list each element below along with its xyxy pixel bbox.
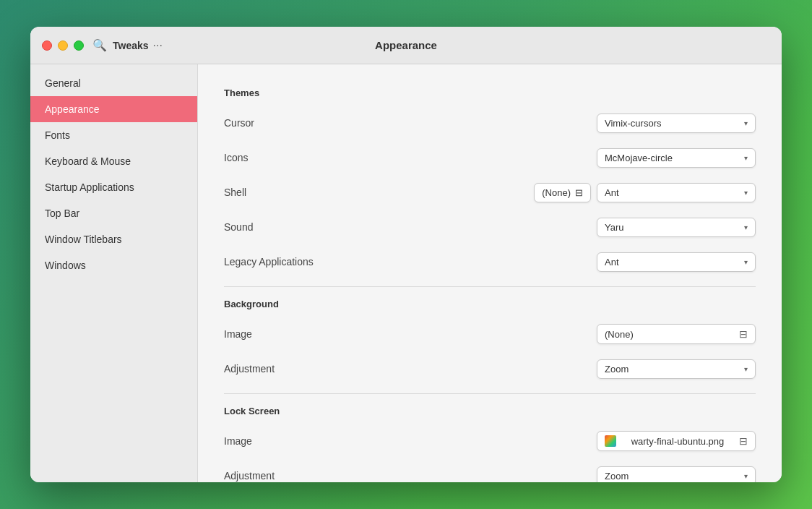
lock-image-label: Image xyxy=(224,435,383,447)
icons-label: Icons xyxy=(224,152,383,163)
bg-adjustment-label: Adjustment xyxy=(224,363,383,375)
cursor-dropdown-arrow: ▾ xyxy=(744,119,748,127)
lock-adjustment-label: Adjustment xyxy=(224,470,383,482)
sound-dropdown[interactable]: Yaru ▾ xyxy=(597,218,756,237)
sound-row: Sound Yaru ▾ xyxy=(224,214,756,240)
themes-section-header: Themes xyxy=(224,87,756,98)
app-title: Tweaks xyxy=(113,40,149,51)
lock-screen-section-header: Lock Screen xyxy=(224,406,756,416)
lock-image-row: Image warty-final-ubuntu.png ⊟ xyxy=(224,428,756,454)
bg-adjustment-dropdown[interactable]: Zoom ▾ xyxy=(597,359,756,379)
titlebar: 🔍 Tweaks ··· Appearance xyxy=(30,27,782,64)
sidebar: General Appearance Fonts Keyboard & Mous… xyxy=(30,64,198,482)
legacy-applications-value: Ant xyxy=(605,257,619,268)
search-icon[interactable]: 🔍 xyxy=(92,38,107,52)
sound-dropdown-arrow: ▾ xyxy=(744,223,748,231)
app-window: 🔍 Tweaks ··· Appearance General Appearan… xyxy=(30,27,782,482)
content-area: General Appearance Fonts Keyboard & Mous… xyxy=(30,64,782,482)
minimize-button[interactable] xyxy=(58,40,68,51)
bg-adjustment-value: Zoom xyxy=(605,364,629,375)
sound-value: Yaru xyxy=(605,222,624,233)
bg-adjustment-control: Zoom ▾ xyxy=(597,359,756,379)
sidebar-item-startup-applications[interactable]: Startup Applications xyxy=(30,174,197,200)
lock-adjustment-dropdown[interactable]: Zoom ▾ xyxy=(597,466,756,483)
background-divider xyxy=(224,393,756,394)
bg-image-value: (None) xyxy=(605,329,634,340)
sidebar-item-windows[interactable]: Windows xyxy=(30,252,197,278)
sound-label: Sound xyxy=(224,221,383,233)
shell-label: Shell xyxy=(224,187,383,198)
shell-dropdown[interactable]: Ant ▾ xyxy=(597,183,756,202)
close-button[interactable] xyxy=(42,40,52,51)
sidebar-item-appearance[interactable]: Appearance xyxy=(30,96,197,122)
icons-row: Icons McMojave-circle ▾ xyxy=(224,145,756,171)
bg-image-picker[interactable]: (None) ⊟ xyxy=(597,324,756,344)
bg-adjustment-dropdown-arrow: ▾ xyxy=(744,365,748,373)
icons-control: McMojave-circle ▾ xyxy=(597,148,756,168)
legacy-applications-label: Legacy Applications xyxy=(224,256,383,268)
sidebar-item-fonts[interactable]: Fonts xyxy=(30,122,197,148)
lock-adjustment-dropdown-arrow: ▾ xyxy=(744,472,748,480)
sidebar-item-keyboard-mouse[interactable]: Keyboard & Mouse xyxy=(30,148,197,174)
icons-dropdown[interactable]: McMojave-circle ▾ xyxy=(597,148,756,168)
shell-row: Shell (None) ⊟ Ant ▾ xyxy=(224,179,756,205)
main-content: Themes Cursor Vimix-cursors ▾ Icons McMo… xyxy=(198,64,782,482)
sidebar-item-top-bar[interactable]: Top Bar xyxy=(30,200,197,226)
cursor-label: Cursor xyxy=(224,117,383,129)
themes-divider xyxy=(224,286,756,287)
shell-dropdown-arrow: ▾ xyxy=(744,189,748,197)
page-title: Appearance xyxy=(375,39,437,51)
sidebar-item-window-titlebars[interactable]: Window Titlebars xyxy=(30,226,197,252)
legacy-applications-dropdown-arrow: ▾ xyxy=(744,258,748,266)
lock-adjustment-value: Zoom xyxy=(605,471,629,482)
lock-adjustment-control: Zoom ▾ xyxy=(597,466,756,483)
shell-none-button[interactable]: (None) ⊟ xyxy=(534,183,591,202)
maximize-button[interactable] xyxy=(74,40,84,51)
cursor-value: Vimix-cursors xyxy=(605,118,662,129)
icons-dropdown-arrow: ▾ xyxy=(744,154,748,162)
lock-image-value: warty-final-ubuntu.png xyxy=(631,436,725,447)
legacy-applications-dropdown[interactable]: Ant ▾ xyxy=(597,252,756,272)
cursor-control: Vimix-cursors ▾ xyxy=(597,114,756,133)
sidebar-item-general[interactable]: General xyxy=(30,70,197,96)
cursor-dropdown[interactable]: Vimix-cursors ▾ xyxy=(597,114,756,133)
bg-image-control: (None) ⊟ xyxy=(597,324,756,344)
lock-image-picker[interactable]: warty-final-ubuntu.png ⊟ xyxy=(597,431,756,451)
bg-image-label: Image xyxy=(224,328,383,340)
bg-image-row: Image (None) ⊟ xyxy=(224,321,756,347)
bg-adjustment-row: Adjustment Zoom ▾ xyxy=(224,356,756,382)
icons-value: McMojave-circle xyxy=(605,153,673,163)
shell-folder-icon: ⊟ xyxy=(575,187,583,198)
lock-adjustment-row: Adjustment Zoom ▾ xyxy=(224,463,756,482)
shell-none-label: (None) xyxy=(542,187,571,198)
shell-value: Ant xyxy=(605,187,619,198)
lock-image-control: warty-final-ubuntu.png ⊟ xyxy=(597,431,756,451)
more-options-icon[interactable]: ··· xyxy=(153,39,163,52)
bg-image-folder-icon: ⊟ xyxy=(739,328,748,340)
sound-control: Yaru ▾ xyxy=(597,218,756,237)
cursor-row: Cursor Vimix-cursors ▾ xyxy=(224,110,756,136)
lock-image-folder-icon: ⊟ xyxy=(739,435,748,447)
legacy-applications-row: Legacy Applications Ant ▾ xyxy=(224,249,756,275)
lock-image-thumbnail xyxy=(605,435,616,447)
shell-controls: (None) ⊟ Ant ▾ xyxy=(534,183,756,202)
traffic-lights xyxy=(42,40,84,51)
background-section-header: Background xyxy=(224,299,756,309)
legacy-applications-control: Ant ▾ xyxy=(597,252,756,272)
